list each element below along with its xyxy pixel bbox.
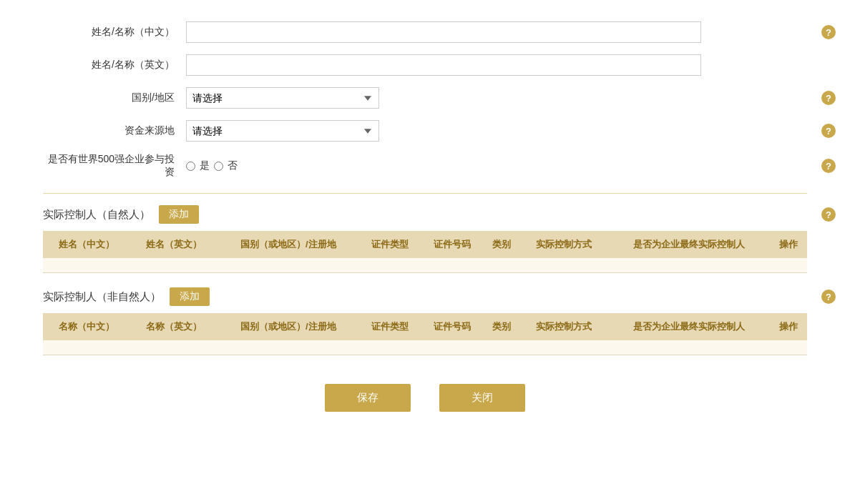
save-button[interactable]: 保存 <box>325 384 411 412</box>
natural-person-section: 实际控制人（自然人） 添加 ? 姓名（中文） 姓名（英文） 国别（或地区）/注册… <box>43 205 807 273</box>
non-natural-col-cert-no: 证件号码 <box>421 313 483 340</box>
natural-col-cert-no: 证件号码 <box>421 231 483 258</box>
non-natural-col-control-method: 实际控制方式 <box>520 313 607 340</box>
non-natural-col-operation: 操作 <box>770 313 807 340</box>
non-natural-col-category: 类别 <box>483 313 520 340</box>
natural-table-header-row: 姓名（中文） 姓名（英文） 国别（或地区）/注册地 证件类型 证件号码 类别 实… <box>43 231 807 258</box>
country-label: 国别/地区 <box>43 92 186 104</box>
non-natural-table-header-row: 名称（中文） 名称（英文） 国别（或地区）/注册地 证件类型 证件号码 类别 实… <box>43 313 807 340</box>
fortune500-yes-label: 是 <box>200 159 210 172</box>
country-help-icon[interactable]: ? <box>821 91 836 105</box>
natural-col-operation: 操作 <box>770 231 807 258</box>
name-cn-label: 姓名/名称（中文） <box>43 26 186 39</box>
name-en-input[interactable] <box>186 54 701 76</box>
natural-section-help-icon[interactable]: ? <box>821 207 836 222</box>
natural-section-header: 实际控制人（自然人） 添加 ? <box>43 205 807 224</box>
natural-col-country: 国别（或地区）/注册地 <box>218 231 358 258</box>
natural-col-name-cn: 姓名（中文） <box>43 231 130 258</box>
natural-table-empty-row <box>43 258 807 273</box>
non-natural-person-section: 实际控制人（非自然人） 添加 ? 名称（中文） 名称（英文） 国别（或地区）/注… <box>43 287 807 355</box>
natural-col-control-method: 实际控制方式 <box>520 231 607 258</box>
fortune500-radio-group: 是 否 <box>186 159 238 172</box>
non-natural-col-is-final-controller: 是否为企业最终实际控制人 <box>607 313 771 340</box>
non-natural-section-title: 实际控制人（非自然人） <box>43 290 161 304</box>
non-natural-col-name-cn: 名称（中文） <box>43 313 130 340</box>
fortune500-label: 是否有世界500强企业参与投资 <box>43 153 186 179</box>
non-natural-add-button[interactable]: 添加 <box>170 287 210 306</box>
fund-source-select[interactable]: 请选择 <box>186 120 379 142</box>
fortune500-yes-radio[interactable] <box>186 162 195 171</box>
non-natural-table-empty-row <box>43 340 807 355</box>
natural-section-title: 实际控制人（自然人） <box>43 208 150 222</box>
name-en-label: 姓名/名称（英文） <box>43 59 186 71</box>
non-natural-person-table: 名称（中文） 名称（英文） 国别（或地区）/注册地 证件类型 证件号码 类别 实… <box>43 313 807 355</box>
country-select[interactable]: 请选择 <box>186 87 379 109</box>
fortune500-help-icon[interactable]: ? <box>821 159 836 173</box>
natural-col-cert-type: 证件类型 <box>359 231 421 258</box>
name-cn-input[interactable] <box>186 21 701 43</box>
natural-col-is-final-controller: 是否为企业最终实际控制人 <box>607 231 771 258</box>
non-natural-col-country: 国别（或地区）/注册地 <box>218 313 358 340</box>
fund-source-help-icon[interactable]: ? <box>821 124 836 138</box>
natural-col-name-en: 姓名（英文） <box>130 231 218 258</box>
divider-1 <box>43 193 807 194</box>
natural-person-table: 姓名（中文） 姓名（英文） 国别（或地区）/注册地 证件类型 证件号码 类别 实… <box>43 231 807 273</box>
non-natural-section-header: 实际控制人（非自然人） 添加 ? <box>43 287 807 306</box>
fund-source-label: 资金来源地 <box>43 124 186 137</box>
close-button[interactable]: 关闭 <box>439 384 525 412</box>
name-cn-help-icon[interactable]: ? <box>821 25 836 39</box>
non-natural-col-cert-type: 证件类型 <box>359 313 421 340</box>
non-natural-col-name-en: 名称（英文） <box>130 313 218 340</box>
non-natural-section-help-icon[interactable]: ? <box>821 290 836 304</box>
fortune500-no-radio[interactable] <box>214 162 223 171</box>
natural-add-button[interactable]: 添加 <box>159 205 199 224</box>
fortune500-no-label: 否 <box>228 159 238 172</box>
natural-col-category: 类别 <box>483 231 520 258</box>
bottom-buttons: 保存 关闭 <box>43 384 807 412</box>
